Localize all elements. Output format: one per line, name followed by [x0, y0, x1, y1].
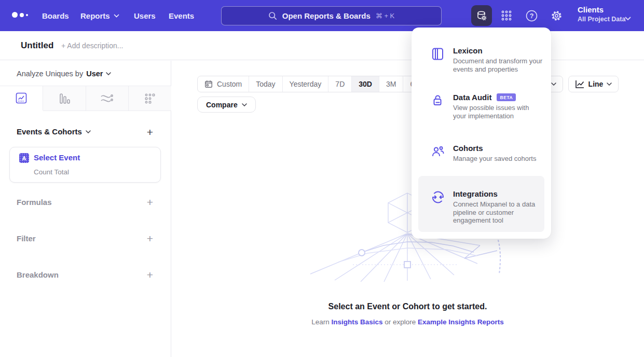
- project-selector[interactable]: Clients All Project Data: [578, 5, 625, 23]
- menu-item-title: Lexicon: [453, 46, 483, 55]
- compare-dropdown[interactable]: Compare: [197, 97, 256, 113]
- menu-item-description: Connect Mixpanel to a data pipeline or c…: [453, 200, 542, 225]
- nav-item-label: Reports: [80, 11, 110, 20]
- lexicon-book-icon: [431, 46, 445, 73]
- analyze-label: Analyze Uniques by: [17, 70, 83, 78]
- grid-dots-icon: [501, 10, 512, 21]
- gear-icon: [551, 10, 563, 22]
- chart-style-label: Line: [588, 80, 604, 88]
- global-search-input[interactable]: Open Reports & Boards ⌘ + K: [221, 6, 442, 25]
- beta-badge: BETA: [497, 93, 516, 101]
- tab-flow-chart[interactable]: [86, 86, 129, 111]
- date-range-control: Custom Today Yesterday 7D 30D 3M 6M: [197, 76, 428, 92]
- chevron-down-icon[interactable]: [625, 13, 631, 23]
- select-event-button[interactable]: Select Event: [34, 153, 80, 162]
- add-filter-button[interactable]: +: [144, 233, 156, 244]
- help-icon[interactable]: ?: [524, 0, 539, 31]
- data-management-icon[interactable]: [471, 5, 492, 26]
- menu-item-title: Data Audit: [453, 93, 491, 102]
- date-range-3m[interactable]: 3M: [379, 76, 403, 92]
- chart-type-tabs: [0, 86, 171, 111]
- tab-line-chart[interactable]: [0, 86, 43, 111]
- date-range-today[interactable]: Today: [249, 76, 282, 92]
- analyze-value-dropdown[interactable]: User: [86, 70, 103, 78]
- nav-item-users[interactable]: Users: [134, 0, 156, 31]
- search-shortcut: ⌘ + K: [376, 12, 395, 20]
- learn-prefix-text: Learn: [311, 318, 331, 326]
- menu-item-cohorts[interactable]: Cohorts Manage your saved cohorts: [412, 144, 551, 163]
- menu-item-integrations[interactable]: Integrations Connect Mixpanel to a data …: [418, 176, 544, 232]
- mixpanel-logo-icon[interactable]: [12, 12, 28, 18]
- event-series-badge: A: [19, 153, 29, 163]
- chart-style-dropdown[interactable]: Line: [568, 76, 619, 92]
- tab-bar-chart[interactable]: [43, 86, 86, 111]
- nav-item-label: Boards: [42, 11, 69, 20]
- date-range-label: 30D: [359, 80, 372, 88]
- filter-section-label: Filter: [17, 234, 36, 243]
- nav-item-label: Users: [134, 11, 156, 20]
- events-cohorts-label: Events & Cohorts: [17, 127, 82, 136]
- report-title[interactable]: Untitled: [21, 40, 53, 51]
- date-range-yesterday[interactable]: Yesterday: [283, 76, 329, 92]
- menu-item-data-audit[interactable]: Data Audit BETA View possible issues wit…: [412, 93, 551, 120]
- chevron-down-icon[interactable]: [106, 72, 111, 75]
- apps-grid-icon[interactable]: [499, 0, 514, 31]
- empty-state-title: Select an Event or Cohort to get started…: [171, 302, 644, 311]
- formulas-section-label: Formulas: [17, 198, 52, 207]
- menu-item-description: Manage your saved cohorts: [453, 155, 542, 163]
- search-icon: [268, 11, 277, 20]
- add-event-button[interactable]: +: [144, 127, 156, 138]
- chevron-down-icon: [114, 14, 119, 18]
- event-aggregation-dropdown[interactable]: Count Total: [34, 168, 69, 176]
- or-explore-text: or explore: [382, 318, 418, 326]
- chevron-down-icon: [86, 130, 91, 133]
- add-formula-button[interactable]: +: [144, 197, 156, 208]
- line-chart-icon: [15, 92, 28, 104]
- search-placeholder: Open Reports & Boards: [282, 11, 371, 20]
- date-range-label: Yesterday: [290, 80, 322, 88]
- add-description-field[interactable]: + Add description...: [61, 42, 123, 50]
- menu-item-integrations-row[interactable]: Integrations Connect Mixpanel to a data …: [418, 189, 544, 225]
- data-audit-icon: [431, 93, 445, 120]
- question-circle-icon: ?: [526, 10, 538, 22]
- date-range-label: Today: [256, 80, 275, 88]
- compare-label: Compare: [206, 101, 238, 109]
- empty-state-links: Learn Insights Basics or explore Example…: [171, 318, 644, 326]
- query-builder-sidebar: Analyze Uniques by User: [0, 61, 171, 357]
- chevron-down-icon: [551, 83, 556, 86]
- metric-grid-icon: [144, 93, 156, 104]
- nav-item-events[interactable]: Events: [169, 0, 194, 31]
- bar-chart-icon: [59, 92, 70, 105]
- menu-item-title: Cohorts: [453, 144, 483, 153]
- date-range-30d-selected[interactable]: 30D: [352, 76, 379, 92]
- date-range-label: Custom: [217, 80, 242, 88]
- events-cohorts-header[interactable]: Events & Cohorts: [17, 127, 91, 136]
- svg-text:?: ?: [529, 12, 533, 20]
- example-insights-reports-link[interactable]: Example Insights Reports: [418, 318, 504, 326]
- menu-item-title: Integrations: [453, 189, 498, 198]
- date-range-custom[interactable]: Custom: [198, 76, 249, 92]
- tab-metric-grid[interactable]: [129, 86, 171, 111]
- date-range-7d[interactable]: 7D: [328, 76, 352, 92]
- chevron-down-icon: [607, 83, 612, 86]
- line-chart-icon: [575, 80, 585, 89]
- add-breakdown-button[interactable]: +: [144, 269, 156, 281]
- calendar-icon: [204, 80, 213, 88]
- chevron-down-icon: [242, 103, 247, 106]
- insights-basics-link[interactable]: Insights Basics: [331, 318, 382, 326]
- event-card[interactable]: A Select Event Count Total: [9, 147, 161, 183]
- menu-item-description: View possible issues with your implement…: [453, 104, 542, 120]
- integrations-sync-icon: [431, 189, 445, 225]
- cohorts-people-icon: [431, 144, 445, 163]
- nav-item-boards[interactable]: Boards: [42, 0, 69, 31]
- date-range-label: 3M: [386, 80, 396, 88]
- settings-gear-icon[interactable]: [549, 0, 564, 31]
- nav-item-reports[interactable]: Reports: [80, 0, 119, 31]
- date-range-label: 7D: [335, 80, 345, 88]
- nav-item-label: Events: [169, 11, 194, 20]
- project-name: Clients: [578, 5, 625, 14]
- data-management-menu: Lexicon Document and transform your even…: [412, 28, 551, 239]
- top-navigation: Boards Reports Users Events Open Reports…: [0, 0, 644, 31]
- database-gear-icon: [476, 10, 487, 21]
- menu-item-lexicon[interactable]: Lexicon Document and transform your even…: [412, 46, 551, 73]
